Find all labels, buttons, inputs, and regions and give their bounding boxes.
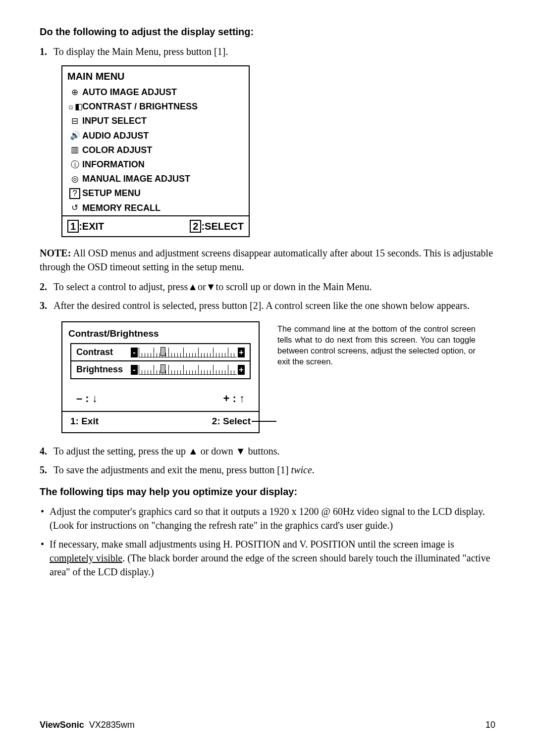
minus-icon: - — [131, 348, 138, 357]
contrast-slider: - + — [131, 348, 245, 357]
bullet-dot-icon: • — [40, 537, 50, 579]
menu-label: AUTO IMAGE ADJUST — [82, 86, 177, 99]
step-3: 3. After the desired control is selected… — [40, 299, 495, 312]
step-2-num: 2. — [40, 280, 54, 294]
heading-tips: The following tips may help you optimize… — [40, 485, 495, 499]
brightness-label: Brightness — [76, 363, 131, 376]
crosshair-icon: ⊕ — [67, 87, 82, 99]
down-arrow-icon: ▼ — [206, 280, 216, 294]
callout-text: The command line at the bottom of the co… — [277, 323, 476, 367]
bullet-2: • If necessary, make small adjustments u… — [40, 537, 495, 579]
contrast-brightness-osd: Contrast/Brightness Contrast - + Brightn… — [61, 321, 260, 433]
minus-down-hint: – : ↓ — [76, 391, 98, 406]
twice-italic: twice — [291, 464, 312, 475]
manual-icon: ◎ — [67, 173, 82, 185]
question-icon: ? — [67, 188, 82, 200]
color-bars-icon: ▥ — [67, 144, 82, 156]
step-4: 4. To adjust the setting, press the up ▲… — [40, 444, 495, 458]
heading-adjust: Do the following to adjust the display s… — [40, 25, 495, 39]
menu-label: CONTRAST / BRIGHTNESS — [82, 101, 198, 113]
menu-label: MANUAL IMAGE ADJUST — [82, 173, 190, 185]
step-4-text: To adjust the setting, press the up ▲ or… — [54, 444, 495, 458]
menu-label: SETUP MENU — [82, 187, 141, 200]
page-footer: ViewSonic VX2835wm 10 — [40, 719, 495, 731]
underline-text: completely visible — [50, 553, 122, 563]
contrast-label: Contrast — [76, 346, 131, 358]
plus-icon: + — [238, 348, 245, 357]
bullet-2-text: If necessary, make small adjustments usi… — [50, 537, 495, 579]
note-paragraph: NOTE: All OSD menus and adjustment scree… — [40, 246, 495, 274]
menu-label: INPUT SELECT — [82, 115, 147, 127]
step-1-text: To display the Main Menu, press button [… — [54, 45, 495, 58]
info-icon: ⓘ — [67, 159, 82, 171]
note-bold: NOTE: — [40, 248, 71, 258]
menu-item-memory: ↺ MEMORY RECALL — [62, 201, 249, 215]
brightness-contrast-icon: ☼◧ — [67, 101, 82, 113]
step-5: 5. To save the adjustments and exit the … — [40, 463, 495, 477]
step-5-num: 5. — [40, 463, 54, 477]
menu-item-manual: ◎ MANUAL IMAGE ADJUST — [62, 172, 249, 186]
brightness-slider: - + — [131, 365, 245, 375]
step-5-text: To save the adjustments and exit the men… — [54, 463, 495, 477]
menu-label: AUDIO ADJUST — [82, 130, 149, 142]
main-menu-footer: 1:EXIT 2:SELECT — [62, 215, 249, 236]
main-menu-title: MAIN MENU — [62, 66, 249, 85]
exit-hint: 1:EXIT — [67, 219, 104, 233]
menu-item-auto-image: ⊕ AUTO IMAGE ADJUST — [62, 85, 249, 100]
menu-item-input: ⊟ INPUT SELECT — [62, 114, 249, 128]
select-hint: 2:SELECT — [190, 219, 244, 233]
up-arrow-icon: ▲ — [188, 280, 198, 294]
step-3-num: 3. — [40, 299, 54, 312]
input-icon: ⊟ — [67, 115, 82, 127]
step-1: 1. To display the Main Menu, press butto… — [40, 45, 495, 58]
menu-item-setup: ? SETUP MENU — [62, 186, 249, 201]
cb-footer: 1: Exit 2: Select — [62, 411, 259, 432]
cb-inner: Contrast - + Brightness - + — [70, 343, 251, 379]
plus-icon: + — [238, 365, 245, 375]
cb-title: Contrast/Brightness — [62, 322, 259, 344]
slider-track — [139, 365, 237, 375]
menu-item-color: ▥ COLOR ADJUST — [62, 143, 249, 157]
main-menu-osd: MAIN MENU ⊕ AUTO IMAGE ADJUST ☼◧ CONTRAS… — [61, 65, 250, 237]
menu-item-contrast: ☼◧ CONTRAST / BRIGHTNESS — [62, 100, 249, 114]
footer-model: VX2835wm — [89, 720, 135, 730]
plus-up-hint: + : ↑ — [223, 391, 245, 406]
bullet-1: • Adjust the computer's graphics card so… — [40, 504, 495, 532]
slider-thumb — [160, 347, 165, 356]
cb-arrow-hints: – : ↓ + : ↑ — [62, 379, 259, 411]
menu-label: COLOR ADJUST — [82, 144, 152, 156]
contrast-row: Contrast - + — [71, 344, 250, 360]
speaker-icon: 🔊 — [67, 130, 82, 142]
step-4-num: 4. — [40, 444, 54, 458]
menu-label: MEMORY RECALL — [82, 202, 160, 214]
step-2-text: To select a control to adjust, press▲or▼… — [54, 280, 495, 294]
menu-item-audio: 🔊 AUDIO ADJUST — [62, 129, 249, 143]
minus-icon: - — [131, 365, 138, 375]
up-arrow-icon: ▲ — [188, 444, 198, 458]
callout-line — [252, 421, 276, 422]
step-3-text: After the desired control is selected, p… — [54, 299, 495, 312]
page-number: 10 — [485, 719, 495, 731]
note-text: All OSD menus and adjustment screens dis… — [40, 248, 493, 272]
slider-track — [139, 348, 237, 357]
menu-item-info: ⓘ INFORMATION — [62, 157, 249, 172]
bullet-1-text: Adjust the computer's graphics card so t… — [50, 504, 495, 532]
step-1-num: 1. — [40, 45, 54, 58]
footer-brand: ViewSonic VX2835wm — [40, 719, 135, 731]
down-arrow-icon: ▼ — [236, 444, 246, 458]
cb-select-hint: 2: Select — [212, 415, 251, 428]
menu-label: INFORMATION — [82, 158, 145, 171]
slider-thumb — [160, 364, 165, 373]
bullet-dot-icon: • — [40, 504, 50, 532]
brightness-row: Brightness - + — [71, 360, 250, 378]
cb-exit-hint: 1: Exit — [70, 415, 99, 428]
step-2: 2. To select a control to adjust, press▲… — [40, 280, 495, 294]
recall-icon: ↺ — [67, 202, 82, 214]
